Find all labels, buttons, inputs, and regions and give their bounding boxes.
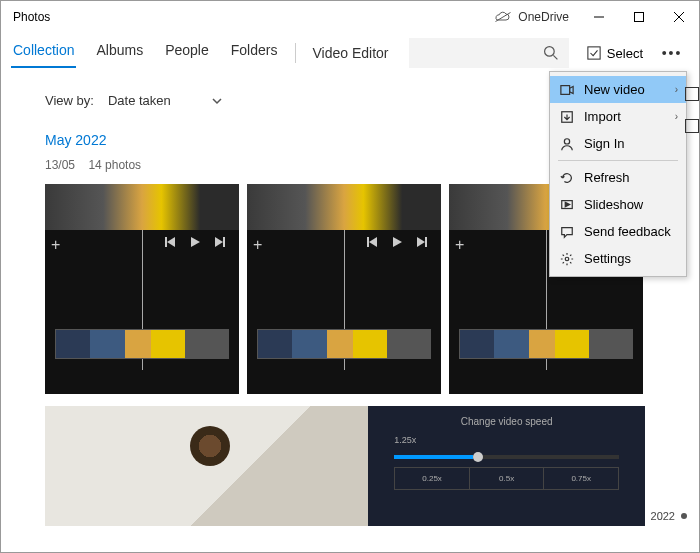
tab-video-editor[interactable]: Video Editor bbox=[312, 45, 388, 61]
play-icon bbox=[391, 236, 403, 248]
separator bbox=[295, 43, 296, 63]
svg-rect-23 bbox=[561, 85, 570, 94]
svg-marker-10 bbox=[191, 237, 200, 247]
skip-back-icon bbox=[367, 236, 379, 248]
thumb-controls bbox=[367, 236, 427, 248]
tab-collection[interactable]: Collection bbox=[11, 38, 76, 68]
svg-rect-17 bbox=[425, 237, 427, 247]
tab-albums[interactable]: Albums bbox=[94, 38, 145, 68]
onedrive-status[interactable]: OneDrive bbox=[494, 10, 569, 24]
app-title: Photos bbox=[13, 10, 494, 24]
minimize-button[interactable] bbox=[579, 1, 619, 33]
menu-send-feedback[interactable]: Send feedback bbox=[550, 218, 686, 245]
close-button[interactable] bbox=[659, 1, 699, 33]
svg-marker-24 bbox=[570, 86, 574, 93]
menu-separator bbox=[558, 160, 678, 161]
thumb-controls bbox=[165, 236, 225, 248]
add-icon: + bbox=[253, 236, 262, 254]
window-controls bbox=[579, 1, 699, 33]
skip-fwd-icon bbox=[415, 236, 427, 248]
menu-import[interactable]: Import › bbox=[550, 103, 686, 130]
search-icon bbox=[543, 45, 559, 61]
select-button[interactable]: Select bbox=[579, 42, 651, 65]
svg-point-29 bbox=[565, 257, 569, 261]
svg-rect-12 bbox=[223, 237, 225, 247]
select-icon bbox=[587, 46, 601, 60]
menu-slideshow[interactable]: Slideshow bbox=[550, 191, 686, 218]
refresh-icon bbox=[560, 171, 574, 185]
person-icon bbox=[560, 137, 574, 151]
search-input[interactable] bbox=[409, 38, 569, 68]
nav-tabs: Collection Albums People Folders bbox=[11, 38, 279, 68]
more-options-button[interactable]: ••• bbox=[655, 38, 689, 68]
svg-rect-9 bbox=[165, 237, 167, 247]
menu-new-video[interactable]: New video › bbox=[550, 76, 686, 103]
svg-rect-14 bbox=[367, 237, 369, 247]
video-icon bbox=[560, 83, 574, 97]
speed-panel: Change video speed 1.25x 0.25x 0.5x 0.75… bbox=[368, 406, 645, 526]
tab-people[interactable]: People bbox=[163, 38, 211, 68]
svg-rect-2 bbox=[635, 13, 644, 22]
menu-refresh[interactable]: Refresh bbox=[550, 164, 686, 191]
tab-folders[interactable]: Folders bbox=[229, 38, 280, 68]
svg-marker-11 bbox=[215, 237, 223, 247]
skip-back-icon bbox=[165, 236, 177, 248]
view-by-dropdown[interactable]: Date taken bbox=[108, 93, 223, 108]
title-bar: Photos OneDrive bbox=[1, 1, 699, 33]
timeline-year-marker[interactable]: 2022 bbox=[651, 510, 687, 522]
svg-marker-8 bbox=[167, 237, 175, 247]
svg-rect-7 bbox=[588, 47, 600, 59]
add-icon: + bbox=[51, 236, 60, 254]
svg-line-6 bbox=[553, 55, 557, 59]
edge-thumbs bbox=[685, 87, 699, 133]
add-icon: + bbox=[455, 236, 464, 254]
gear-icon bbox=[560, 252, 574, 266]
chevron-right-icon: › bbox=[675, 111, 678, 122]
chevron-right-icon: › bbox=[675, 84, 678, 95]
play-icon bbox=[189, 236, 201, 248]
cloud-off-icon bbox=[494, 11, 512, 23]
view-by-label: View by: bbox=[45, 93, 94, 108]
slideshow-icon bbox=[560, 198, 574, 212]
svg-marker-15 bbox=[393, 237, 402, 247]
svg-marker-16 bbox=[417, 237, 425, 247]
svg-point-26 bbox=[564, 138, 569, 143]
edge-thumb-icon bbox=[685, 87, 699, 101]
menu-sign-in[interactable]: Sign In bbox=[550, 130, 686, 157]
toolbar: Collection Albums People Folders Video E… bbox=[1, 33, 699, 73]
speed-slider[interactable] bbox=[394, 455, 619, 459]
import-icon bbox=[560, 110, 574, 124]
video-thumbnail[interactable]: + bbox=[45, 184, 239, 394]
svg-point-5 bbox=[544, 47, 554, 57]
feedback-icon bbox=[560, 225, 574, 239]
large-thumbnail[interactable]: Change video speed 1.25x 0.25x 0.5x 0.75… bbox=[45, 406, 645, 526]
svg-marker-28 bbox=[565, 202, 569, 206]
menu-settings[interactable]: Settings bbox=[550, 245, 686, 272]
edge-thumb-icon bbox=[685, 119, 699, 133]
context-menu: New video › Import › Sign In Refresh Sli… bbox=[549, 71, 687, 277]
chevron-down-icon bbox=[211, 95, 223, 107]
skip-fwd-icon bbox=[213, 236, 225, 248]
dot-icon bbox=[681, 513, 687, 519]
svg-marker-13 bbox=[369, 237, 377, 247]
video-thumbnail[interactable]: + bbox=[247, 184, 441, 394]
maximize-button[interactable] bbox=[619, 1, 659, 33]
